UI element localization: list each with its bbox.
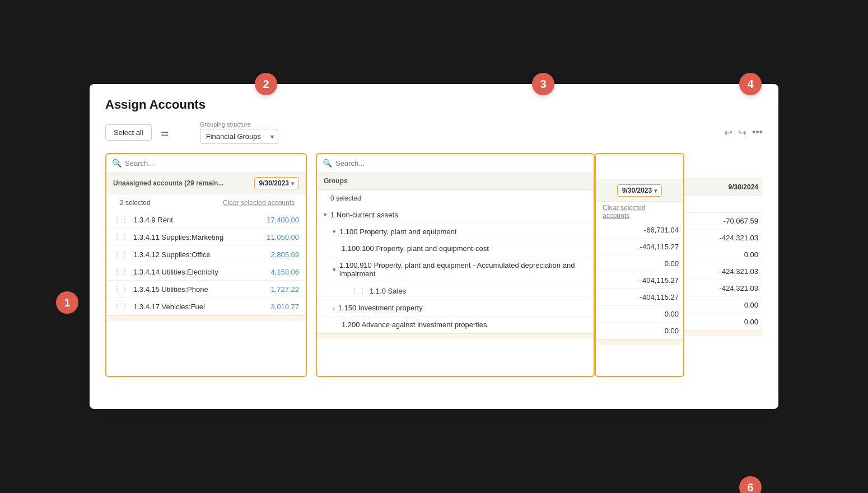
group-row[interactable]: ▾ 1.100 Property, plant and equipment xyxy=(317,224,594,240)
middle-search-input[interactable] xyxy=(335,159,588,168)
group-row[interactable]: ▾ 1.100.910 Property, plant and equipmen… xyxy=(317,257,594,282)
account-name: 1.3.4.11 Supplies:Marketing xyxy=(133,233,255,241)
account-name: 1.3.4.14 Utilities:Electricity xyxy=(133,268,255,276)
right-panel-bottom xyxy=(596,339,683,345)
group-name: 1.100 Property, plant and equipment xyxy=(339,227,456,236)
left-col-header-label: Unassigned accounts (29 remain... xyxy=(113,179,223,187)
account-name: 1.3.4.9 Rent xyxy=(133,216,255,224)
group-row[interactable]: 1.100.100 Property, plant and equipment-… xyxy=(317,240,594,257)
right-col-header: 9/30/2023 ▾ xyxy=(596,180,683,202)
middle-panel: 🔍 Groups 0 selected ▾ 1 Non-current asse… xyxy=(316,153,595,377)
drag-handle-icon: ⋮⋮ xyxy=(113,232,129,241)
left-date-chevron: ▾ xyxy=(291,180,294,187)
chevron-icon: ▾ xyxy=(324,211,327,218)
chevron-icon: ▾ xyxy=(333,266,336,273)
left-date-selector[interactable]: 9/30/2023 ▾ xyxy=(254,177,299,189)
left-panel-scroll[interactable]: ⋮⋮ 1.3.4.9 Rent 17,400.00 ⋮⋮ 1.3.4.11 Su… xyxy=(106,211,306,315)
left-selected-count: 2 selected xyxy=(113,197,157,209)
right-value-row-col2: -424,321.03 xyxy=(684,280,763,297)
middle-search-bar: 🔍 xyxy=(317,154,594,173)
left-account-row[interactable]: ⋮⋮ 1.3.4.17 Vehicles:Fuel 3,010.77 xyxy=(106,298,306,315)
left-account-row[interactable]: ⋮⋮ 1.3.4.9 Rent 17,400.00 xyxy=(106,211,306,229)
step-badge-2: 2 xyxy=(255,73,277,95)
redo-icon[interactable]: ↪ xyxy=(738,127,746,139)
page-title: Assign Accounts xyxy=(105,97,763,112)
group-row[interactable]: 1.200 Advance against investment propert… xyxy=(317,317,594,333)
right-value-row-col1: -66,731.04 xyxy=(596,222,683,239)
right-value-row-col2: -424,321.03 xyxy=(684,263,763,280)
account-name: 1.3.4.15 Utilities:Phone xyxy=(133,285,255,294)
right-value-row-col2: 0.00 xyxy=(684,246,763,263)
left-clear-link[interactable]: Clear selected accounts xyxy=(223,199,295,207)
right-value-row-col1: -404,115.27 xyxy=(596,239,683,255)
group-row[interactable]: ⋮⋮ 1.1.0 Sales xyxy=(317,282,594,300)
step-badge-6: 6 xyxy=(739,476,762,493)
group-row[interactable]: › 1.150 Investment property xyxy=(317,300,594,317)
right-date-selector[interactable]: 9/30/2023 ▾ xyxy=(617,184,662,197)
group-name: 1.100.100 Property, plant and equipment-… xyxy=(342,244,489,253)
drag-handle-icon: ⋮⋮ xyxy=(351,286,366,295)
select-all-button[interactable]: Select all xyxy=(105,124,152,141)
left-accounts-list: ⋮⋮ 1.3.4.9 Rent 17,400.00 ⋮⋮ 1.3.4.11 Su… xyxy=(106,211,306,315)
account-value: 1,727.22 xyxy=(260,285,299,294)
middle-panel-scroll[interactable]: ▾ 1 Non-current assets▾ 1.100 Property, … xyxy=(317,207,594,333)
group-name: 1.200 Advance against investment propert… xyxy=(342,320,487,329)
drag-handle-icon: ⋮⋮ xyxy=(113,250,129,259)
right-value-row-col2: -424,321.03 xyxy=(684,230,763,246)
columns-right: 9/30/2023 ▾ Clear selected accounts -66,… xyxy=(595,153,763,377)
right-value-row-col1: 0.00 xyxy=(596,255,683,272)
middle-col-header: Groups xyxy=(317,173,594,190)
more-options-icon[interactable]: ••• xyxy=(752,127,763,138)
right-panel-scroll[interactable]: -66,731.04-404,115.270.00-404,115.27-404… xyxy=(596,222,683,339)
middle-selected-row: 0 selected xyxy=(317,190,594,207)
left-col-header: Unassigned accounts (29 remain... 9/30/2… xyxy=(106,173,306,194)
step-badge-1: 1 xyxy=(56,291,78,314)
left-panel-bottom xyxy=(106,315,306,321)
right-value-row-col1: 0.00 xyxy=(596,323,683,339)
right-extra-column: 9/30/2024 -70,067.59-424,321.030.00-424,… xyxy=(684,153,763,336)
account-value: 2,805.69 xyxy=(260,250,299,259)
undo-icon[interactable]: ↩ xyxy=(724,127,732,139)
step-badge-3: 3 xyxy=(532,73,554,95)
toolbar-right: ↩ ↪ ••• xyxy=(724,127,763,139)
left-account-row[interactable]: ⋮⋮ 1.3.4.15 Utilities:Phone 1,727.22 xyxy=(106,281,306,298)
step-badge-4: 4 xyxy=(739,73,762,95)
group-row[interactable]: ▾ 1 Non-current assets xyxy=(317,207,594,224)
left-search-icon: 🔍 xyxy=(112,159,122,168)
right-value-row-col2: 0.00 xyxy=(684,314,763,331)
left-search-input[interactable] xyxy=(125,159,300,168)
expand-icon: › xyxy=(333,305,335,311)
right-value-row-col1: 0.00 xyxy=(596,306,683,323)
drag-handle-icon: ⋮⋮ xyxy=(113,267,129,276)
left-selected-row: 2 selected Clear selected accounts xyxy=(106,194,306,211)
middle-groups-list: ▾ 1 Non-current assets▾ 1.100 Property, … xyxy=(317,207,594,333)
right-date-chevron: ▾ xyxy=(654,188,657,194)
account-name: 1.3.4.12 Supplies:Office xyxy=(133,250,255,259)
grouping-label: Grouping structure xyxy=(200,121,278,128)
right-extra-bottom xyxy=(684,331,763,336)
columns-area: 🔍 Unassigned accounts (29 remain... 9/30… xyxy=(105,153,763,377)
left-account-row[interactable]: ⋮⋮ 1.3.4.11 Supplies:Marketing 11,050.00 xyxy=(106,229,306,246)
right-clear-link[interactable]: Clear selected accounts xyxy=(603,204,672,220)
middle-panel-bottom xyxy=(317,333,594,339)
left-account-row[interactable]: ⋮⋮ 1.3.4.14 Utilities:Electricity 4,158.… xyxy=(106,263,306,281)
left-panel: 🔍 Unassigned accounts (29 remain... 9/30… xyxy=(105,153,307,377)
right-panel: 9/30/2023 ▾ Clear selected accounts -66,… xyxy=(595,153,684,377)
right-extra-scroll[interactable]: -70,067.59-424,321.030.00-424,321.03-424… xyxy=(684,213,763,331)
right-value-row-col2: 0.00 xyxy=(684,297,763,314)
right-col-date2: 9/30/2024 xyxy=(684,179,763,196)
grouping-structure: Grouping structure Financial Groups Cust… xyxy=(200,121,278,144)
grouping-select[interactable]: Financial Groups Custom Groups xyxy=(200,129,278,144)
group-name: 1.1.0 Sales xyxy=(370,287,406,295)
left-account-row[interactable]: ⋮⋮ 1.3.4.12 Supplies:Office 2,805.69 xyxy=(106,246,306,263)
account-name: 1.3.4.17 Vehicles:Fuel xyxy=(133,303,255,311)
filter-icon[interactable]: ⚌ xyxy=(161,127,169,138)
account-value: 4,158.06 xyxy=(260,268,299,276)
group-name: 1.150 Investment property xyxy=(338,304,423,312)
group-name: 1.100.910 Property, plant and equipment … xyxy=(339,261,587,278)
middle-col-header-label: Groups xyxy=(324,177,348,185)
drag-handle-icon: ⋮⋮ xyxy=(113,285,129,294)
right-selected-row: Clear selected accounts xyxy=(596,202,683,222)
drag-handle-icon: ⋮⋮ xyxy=(113,302,129,311)
grouping-select-wrapper: Financial Groups Custom Groups xyxy=(200,129,278,144)
